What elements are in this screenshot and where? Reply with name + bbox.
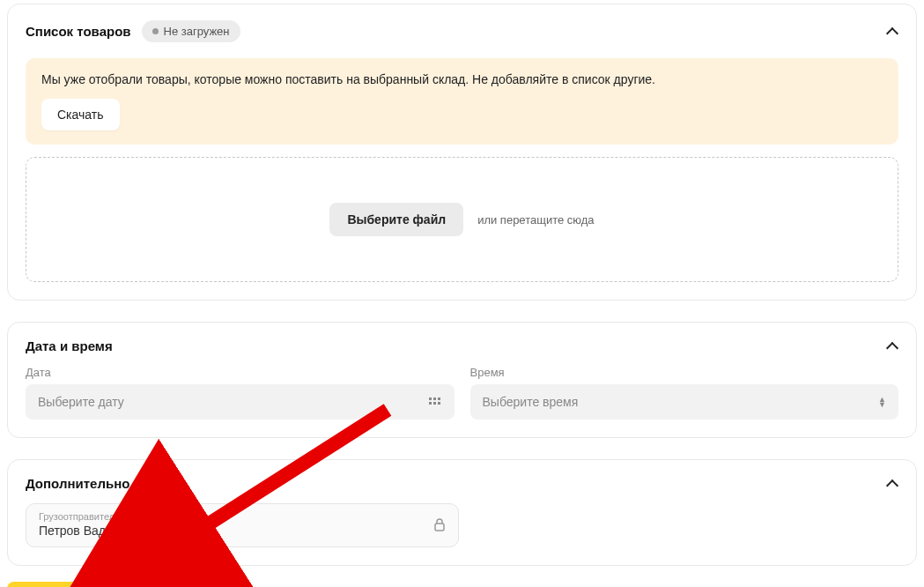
date-placeholder: Выберите дату [38, 395, 124, 409]
notice-text: Мы уже отобрали товары, которые можно по… [41, 72, 883, 86]
info-notice: Мы уже отобрали товары, которые можно по… [26, 58, 898, 145]
svg-rect-3 [429, 402, 432, 405]
svg-rect-0 [429, 398, 432, 400]
shipper-value: Петров Вадим Вячеславович [39, 524, 206, 538]
shipper-field: Грузоотправитель Петров Вадим Вячеславов… [26, 503, 459, 547]
svg-rect-4 [433, 402, 436, 405]
updown-icon: ▲▼ [878, 397, 886, 407]
goods-list-card: Список товаров Не загружен Мы уже отобра… [7, 4, 917, 301]
chevron-up-icon[interactable] [886, 26, 898, 38]
card-header: Список товаров Не загружен [26, 20, 898, 42]
date-input[interactable]: Выберите дату [26, 384, 455, 420]
chevron-up-icon[interactable] [886, 478, 898, 490]
choose-file-button[interactable]: Выберите файл [329, 203, 463, 236]
svg-rect-5 [438, 402, 440, 405]
svg-rect-2 [438, 398, 440, 400]
svg-rect-6 [435, 524, 444, 531]
svg-rect-1 [433, 398, 436, 400]
status-badge: Не загружен [142, 20, 240, 42]
goods-list-title: Список товаров [26, 24, 131, 39]
time-label: Время [470, 366, 899, 379]
additional-card: Дополнительно Грузоотправитель Петров Ва… [7, 459, 917, 566]
date-label: Дата [26, 366, 455, 379]
download-button[interactable]: Скачать [41, 99, 120, 130]
calendar-icon [428, 395, 442, 409]
time-placeholder: Выберите время [483, 395, 579, 409]
drag-hint-text: или перетащите сюда [477, 213, 594, 227]
status-badge-text: Не загружен [164, 25, 230, 38]
datetime-title: Дата и время [26, 338, 113, 353]
datetime-card: Дата и время Дата Выберите дату [7, 322, 917, 438]
shipper-label: Грузоотправитель [39, 511, 206, 522]
lock-icon [433, 517, 446, 531]
title-wrap: Список товаров Не загружен [26, 20, 240, 42]
create-shipment-button[interactable]: Создать поставку [7, 582, 139, 587]
additional-title: Дополнительно [26, 476, 129, 491]
card-header: Дата и время [26, 338, 898, 353]
time-field-wrap: Время Выберите время ▲▼ [470, 366, 899, 420]
status-dot-icon [152, 28, 159, 34]
card-header: Дополнительно [26, 476, 898, 491]
date-field-wrap: Дата Выберите дату [26, 366, 455, 420]
file-dropzone[interactable]: Выберите файл или перетащите сюда [26, 157, 898, 282]
chevron-up-icon[interactable] [886, 340, 898, 353]
time-input[interactable]: Выберите время ▲▼ [470, 384, 899, 420]
